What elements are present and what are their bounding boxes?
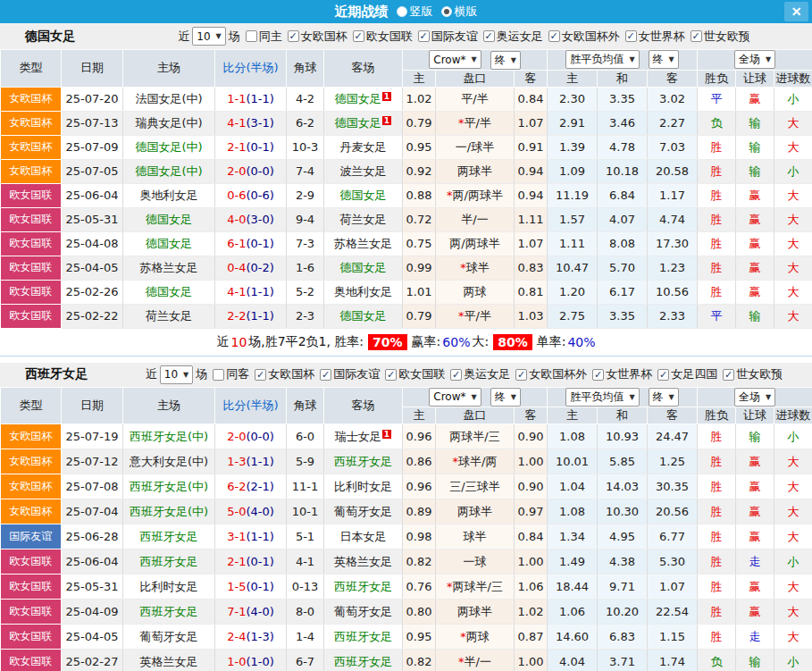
checkbox-checked-icon[interactable]: ✓ xyxy=(515,369,527,381)
checkbox-checked-icon[interactable]: ✓ xyxy=(657,369,669,381)
checkbox-checked-icon[interactable]: ✓ xyxy=(418,30,430,42)
halftime-score: (1-1) xyxy=(246,455,273,468)
header-col-away: 客场 xyxy=(324,387,403,424)
competition-filter[interactable]: ✓女世界杯 xyxy=(625,29,685,45)
layout-horizontal-option[interactable]: 横版 xyxy=(441,4,478,20)
big-rate-badge: 80% xyxy=(493,334,532,350)
odds-provider-group: Crow*▼终▼ xyxy=(403,387,548,407)
header-sub-handicap: 盘口 xyxy=(436,70,515,87)
chevron-down-icon: ▼ xyxy=(629,55,634,63)
odds-provider-select[interactable]: Crow*▼ xyxy=(429,388,481,407)
layout-vertical-option[interactable]: 竖版 xyxy=(397,4,433,20)
away-team-name: 德国女足 xyxy=(340,261,387,274)
competition-filter[interactable]: ✓女欧国杯外 xyxy=(548,29,620,45)
match-count-select[interactable]: 10▼ xyxy=(192,27,225,46)
checkbox-unchecked-icon[interactable] xyxy=(246,30,257,42)
same-venue-filter[interactable]: 同客 xyxy=(213,366,249,382)
halftime-score: (0-0) xyxy=(246,430,273,443)
close-button[interactable]: ✕ xyxy=(784,2,808,21)
competition-filter[interactable]: ✓国际友谊 xyxy=(320,366,380,382)
big-rate-label: 大: xyxy=(472,334,489,350)
odds-provider-select[interactable]: Crow*▼ xyxy=(429,50,481,69)
competition-filter[interactable]: ✓世女欧预 xyxy=(723,366,783,382)
halftime-score: (1-0) xyxy=(246,655,273,668)
competition-filter[interactable]: ✓女欧国杯 xyxy=(288,29,347,45)
checkbox-checked-icon[interactable]: ✓ xyxy=(450,369,462,381)
competition-filter[interactable]: ✓女世界杯 xyxy=(592,366,652,382)
avg-away-odds: 1.17 xyxy=(648,183,698,207)
odds-stage-select[interactable]: 终▼ xyxy=(490,51,521,70)
away-odds: 1.00 xyxy=(515,449,548,474)
goals-result: 大 xyxy=(774,207,812,231)
near-label: 近 xyxy=(146,366,157,382)
avg-home-odds: 2.75 xyxy=(548,304,598,328)
header-col-corner: 角球 xyxy=(287,387,324,424)
checkbox-checked-icon[interactable]: ✓ xyxy=(483,30,495,42)
avg-stage-select[interactable]: 终▼ xyxy=(649,388,679,407)
competition-filter[interactable]: ✓欧女国联 xyxy=(353,29,413,45)
match-result: 胜 xyxy=(698,549,736,575)
checkbox-checked-icon[interactable]: ✓ xyxy=(723,369,734,381)
away-odds: 0.84 xyxy=(515,524,548,549)
competition-filter[interactable]: ✓欧女国联 xyxy=(385,366,445,382)
home-odds: 0.75 xyxy=(403,231,436,256)
competition-filter[interactable]: ✓国际友谊 xyxy=(418,29,478,45)
away-odds: 0.91 xyxy=(515,135,548,159)
handicap-result: 输 xyxy=(736,159,774,183)
competition-filter[interactable]: ✓奥运女足 xyxy=(483,29,543,45)
checkbox-checked-icon[interactable]: ✓ xyxy=(353,30,364,42)
checkbox-checked-icon[interactable]: ✓ xyxy=(625,30,637,42)
handicap-text: 两/两球半 xyxy=(449,237,499,250)
fulltime-score: 6-2 xyxy=(227,480,246,493)
home-team: 德国女足(中) xyxy=(123,159,215,183)
avg-odds-select[interactable]: 胜平负均值▼ xyxy=(565,50,639,69)
goals-result: 大 xyxy=(774,231,812,256)
match-result: 胜 xyxy=(698,625,736,650)
checkbox-checked-icon[interactable]: ✓ xyxy=(385,369,397,381)
checkbox-unchecked-icon[interactable] xyxy=(213,369,224,381)
close-icon: ✕ xyxy=(791,4,802,19)
odds-stage-select[interactable]: 终▼ xyxy=(490,388,521,407)
avg-stage-select[interactable]: 终▼ xyxy=(649,50,679,69)
single-rate-value: 40% xyxy=(567,335,595,349)
same-venue-filter[interactable]: 同主 xyxy=(246,29,282,45)
competition-badge: 女欧国杯 xyxy=(1,135,62,159)
header-sub-avg-home: 主 xyxy=(548,70,598,87)
checkbox-checked-icon[interactable]: ✓ xyxy=(691,30,702,42)
summary-prefix: 近 xyxy=(216,334,229,350)
match-count-select[interactable]: 10▼ xyxy=(160,365,193,384)
avg-away-odds: 3.02 xyxy=(648,87,698,111)
scope-select[interactable]: 全场▼ xyxy=(734,50,775,69)
competition-filter[interactable]: ✓女欧国杯 xyxy=(255,366,314,382)
competition-filter[interactable]: ✓女足四国 xyxy=(657,366,717,382)
scope-select[interactable]: 全场▼ xyxy=(734,388,775,407)
handicap-text: 两球半 xyxy=(457,505,492,518)
titlebar: 近期战绩 竖版 横版 ✕ xyxy=(0,0,812,23)
away-team: 德国女足 xyxy=(324,256,403,280)
checkbox-checked-icon[interactable]: ✓ xyxy=(288,30,299,42)
competition-filter[interactable]: ✓世女欧预 xyxy=(691,29,750,45)
match-count-select-value: 10 xyxy=(164,368,178,381)
halftime-score: (0-6) xyxy=(246,189,273,202)
checkbox-checked-icon[interactable]: ✓ xyxy=(320,369,331,381)
handicap-result: 赢 xyxy=(736,600,774,625)
card-badge: 1 xyxy=(382,430,391,439)
competition-filter[interactable]: ✓奥运女足 xyxy=(450,366,510,382)
avg-odds-select[interactable]: 胜平负均值▼ xyxy=(565,388,639,407)
single-rate-label: 单率: xyxy=(537,334,566,350)
corner-count: 8-0 xyxy=(287,600,324,625)
fulltime-score: 2-0 xyxy=(227,164,246,178)
checkbox-checked-icon[interactable]: ✓ xyxy=(592,369,604,381)
home-team: 奥地利女足 xyxy=(123,183,215,207)
halftime-score: (1-1) xyxy=(246,309,273,323)
away-odds: 1.07 xyxy=(515,111,548,135)
competition-filter[interactable]: ✓女欧国杯外 xyxy=(515,366,587,382)
competition-filter-label: 女欧国杯外 xyxy=(529,366,587,382)
checkbox-checked-icon[interactable]: ✓ xyxy=(548,30,560,42)
match-date: 25-02-26 xyxy=(62,280,123,304)
avg-home-odds: 14.60 xyxy=(548,625,598,650)
away-team: 波兰女足 xyxy=(324,159,403,183)
away-team: 瑞士女足1 xyxy=(324,424,403,449)
handicap-text: 三/三球半 xyxy=(449,480,499,493)
checkbox-checked-icon[interactable]: ✓ xyxy=(255,369,266,381)
